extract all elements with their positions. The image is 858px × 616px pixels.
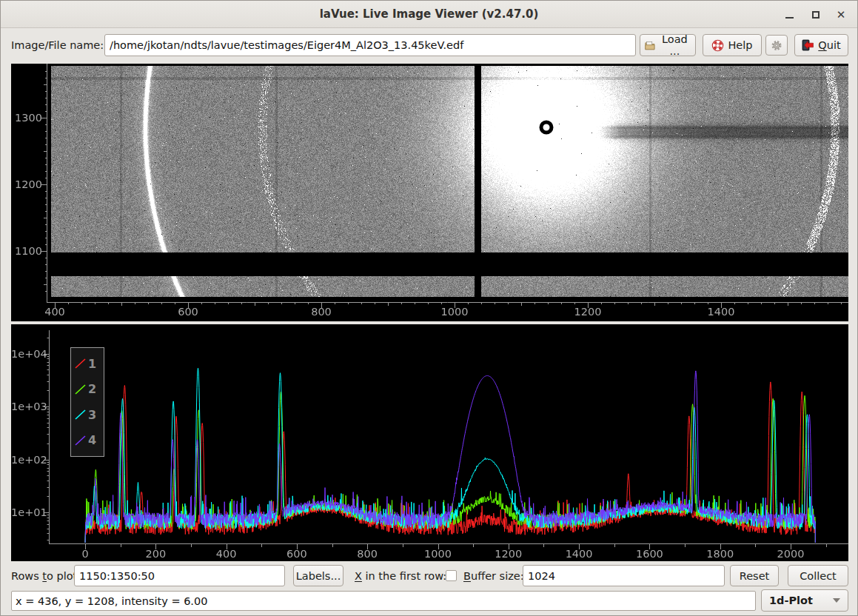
reset-button[interactable]: Reset xyxy=(730,565,779,586)
legend-line-sample xyxy=(74,434,87,447)
minimize-icon xyxy=(785,17,794,19)
plot-legend[interactable]: 1234 xyxy=(70,347,104,457)
quit-button[interactable]: Quit xyxy=(794,34,848,56)
detector-image-canvas[interactable] xyxy=(11,64,848,321)
help-button-label: Help xyxy=(728,39,752,51)
maximize-icon xyxy=(812,11,820,19)
legend-label: 2 xyxy=(88,382,96,396)
reset-button-label: Reset xyxy=(740,570,770,582)
app-window: laVue: Live Image Viewer (v2.47.0) ✕ Ima… xyxy=(0,0,858,616)
legend-label: 3 xyxy=(88,408,96,422)
pixel-position-statusfield: x = 436, y = 1208, intensity = 6.00 xyxy=(11,591,756,611)
legend-item: 1 xyxy=(74,357,96,371)
close-button[interactable]: ✕ xyxy=(832,6,850,24)
file-name-input[interactable] xyxy=(104,34,636,56)
legend-label: 1 xyxy=(88,357,96,371)
titlebar: laVue: Live Image Viewer (v2.47.0) ✕ xyxy=(1,1,857,28)
minimize-button[interactable] xyxy=(780,6,798,24)
legend-line-sample xyxy=(74,383,87,396)
configuration-button[interactable] xyxy=(765,35,788,56)
labels-button[interactable]: Labels... xyxy=(293,565,343,586)
x-in-first-row-label: X in the first row: xyxy=(355,570,446,582)
window-title: laVue: Live Image Viewer (v2.47.0) xyxy=(1,1,857,27)
quit-door-icon xyxy=(802,39,814,51)
plot-mode-dropdown[interactable]: 1d-Plot xyxy=(761,589,848,612)
collect-button-label: Collect xyxy=(800,570,837,582)
legend-item: 2 xyxy=(74,382,96,396)
buffer-size-label: Buffer size: xyxy=(463,570,524,582)
rows-to-plot-input[interactable] xyxy=(74,565,285,586)
load-button[interactable]: Load ... xyxy=(640,34,696,56)
load-button-label: Load ... xyxy=(659,33,691,57)
plot-1d-panel: 1234 02004006008001000120014001600180020… xyxy=(11,324,848,561)
legend-item: 3 xyxy=(74,408,96,422)
plot-1d-canvas[interactable] xyxy=(11,324,848,561)
chevron-down-icon xyxy=(833,598,840,603)
help-button[interactable]: Help xyxy=(703,34,762,56)
labels-button-label: Labels... xyxy=(296,570,341,582)
legend-label: 4 xyxy=(88,433,96,447)
maximize-button[interactable] xyxy=(807,6,825,24)
legend-item: 4 xyxy=(74,433,96,447)
buffer-size-input[interactable] xyxy=(523,565,725,586)
image-view-panel: 400600800100012001400130012001100 xyxy=(11,64,848,321)
gear-icon xyxy=(771,39,782,52)
file-name-label: Image/File name: xyxy=(11,39,104,51)
plot-mode-value: 1d-Plot xyxy=(762,595,833,606)
rows-to-plot-label: Rows to plot: xyxy=(11,570,81,582)
lifebuoy-help-icon xyxy=(711,39,724,52)
folder-icon xyxy=(645,40,655,51)
legend-line-sample xyxy=(74,408,87,421)
legend-line-sample xyxy=(74,357,87,370)
close-icon: ✕ xyxy=(837,10,846,21)
collect-button[interactable]: Collect xyxy=(788,565,848,586)
x-in-first-row-checkbox[interactable] xyxy=(446,570,457,581)
quit-button-label: Quit xyxy=(818,39,840,51)
